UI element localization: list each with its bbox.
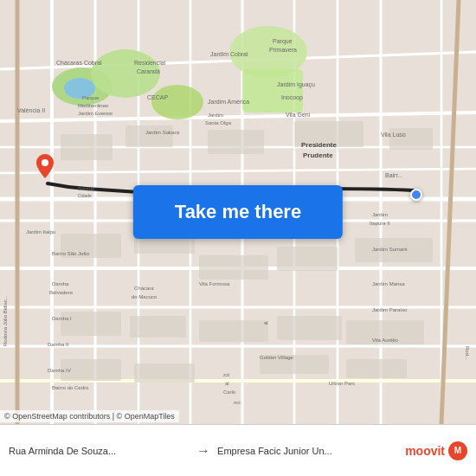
svg-text:Chácaras Cobral: Chácaras Cobral xyxy=(56,60,102,66)
arrow-icon: → xyxy=(196,443,210,459)
svg-rect-39 xyxy=(130,316,186,338)
svg-text:Residencial: Residencial xyxy=(134,60,166,66)
svg-text:Santa Olga: Santa Olga xyxy=(205,120,232,125)
svg-text:Jardim Iguaçu: Jardim Iguaçu xyxy=(277,81,315,88)
svg-text:Jardim Paraíso: Jardim Paraíso xyxy=(372,307,408,312)
svg-rect-41 xyxy=(277,316,342,340)
svg-rect-25 xyxy=(242,69,303,113)
svg-text:Jardim Sumaré: Jardim Sumaré xyxy=(372,247,408,252)
svg-rect-35 xyxy=(199,255,268,280)
svg-text:Presidente: Presidente xyxy=(301,141,337,149)
svg-rect-36 xyxy=(277,247,338,271)
svg-text:Cidade: Cidade xyxy=(78,193,92,198)
svg-text:do Macuco: do Macuco xyxy=(132,294,158,299)
svg-text:Jardim Marisa: Jardim Marisa xyxy=(372,281,405,286)
svg-text:Damha II: Damha II xyxy=(48,342,69,347)
svg-text:Parque: Parque xyxy=(82,95,100,100)
svg-text:Golden Village: Golden Village xyxy=(260,355,294,360)
svg-text:Jardim Itaipu: Jardim Itaipu xyxy=(26,229,55,235)
svg-text:Jardim Cobral: Jardim Cobral xyxy=(210,51,248,57)
svg-text:Rod...: Rod... xyxy=(465,346,470,360)
map-container: València II Chácaras Cobral Parque Medit… xyxy=(0,0,476,424)
destination-item: Empresa Facic Junior Un... xyxy=(217,446,398,456)
svg-text:Vila Luso: Vila Luso xyxy=(381,132,406,138)
svg-text:Barque...: Barque... xyxy=(78,186,100,191)
svg-text:Urbon Parc: Urbon Parc xyxy=(329,381,355,386)
svg-text:Itapura II: Itapura II xyxy=(370,221,390,226)
svg-text:Jardim: Jardim xyxy=(372,212,388,217)
svg-text:Bairr...: Bairr... xyxy=(385,172,402,178)
svg-text:Belvedere: Belvedere xyxy=(49,290,74,295)
origin-label: Rua Arminda De Souza... xyxy=(9,446,116,456)
destination-label: Empresa Facic Junior Un... xyxy=(217,446,332,456)
svg-text:Vila Aurélio: Vila Aurélio xyxy=(372,338,399,343)
svg-text:Damha: Damha xyxy=(52,281,69,286)
origin-item: Rua Arminda De Souza... xyxy=(9,446,190,456)
moovit-logo: moovit M xyxy=(405,441,467,460)
svg-text:Vila Geni: Vila Geni xyxy=(286,112,311,118)
svg-text:CECAP: CECAP xyxy=(147,94,168,100)
svg-text:Vila Formosa: Vila Formosa xyxy=(199,281,230,286)
svg-text:Prudente: Prudente xyxy=(303,151,333,159)
svg-text:Parque: Parque xyxy=(273,38,293,45)
svg-text:al: al xyxy=(225,381,229,386)
svg-text:Carlo: Carlo xyxy=(223,389,236,395)
svg-rect-40 xyxy=(199,320,268,342)
svg-text:Inocoop: Inocoop xyxy=(281,94,303,101)
svg-text:València II: València II xyxy=(17,107,45,113)
svg-text:Mediterrâneo: Mediterrâneo xyxy=(78,103,109,108)
svg-text:Carandá: Carandá xyxy=(137,68,160,74)
svg-text:Jardim América: Jardim América xyxy=(208,99,249,105)
svg-text:nci: nci xyxy=(234,400,241,405)
moovit-logo-text: moovit xyxy=(405,444,445,458)
bottom-bar: Rua Arminda De Souza... → Empresa Facic … xyxy=(0,424,476,476)
svg-text:al: al xyxy=(264,320,268,325)
svg-text:Jardim Everest: Jardim Everest xyxy=(78,111,113,116)
svg-text:Primavera: Primavera xyxy=(269,47,297,53)
svg-text:Damha IV: Damha IV xyxy=(48,368,71,373)
svg-rect-28 xyxy=(61,134,113,160)
destination-pin xyxy=(36,154,54,178)
svg-text:Bairro do Cedro: Bairro do Cedro xyxy=(52,385,89,390)
svg-text:Bairro São João: Bairro São João xyxy=(52,251,90,256)
svg-rect-46 xyxy=(346,359,407,378)
svg-point-26 xyxy=(151,85,203,119)
origin-pin xyxy=(410,189,422,201)
moovit-logo-icon: M xyxy=(448,441,467,460)
svg-text:Chácara: Chácara xyxy=(134,286,154,291)
svg-point-99 xyxy=(42,159,48,166)
svg-rect-29 xyxy=(125,125,173,147)
svg-rect-30 xyxy=(208,130,264,154)
svg-text:Damha I: Damha I xyxy=(52,316,72,321)
osm-attribution: © OpenStreetMap contributors | © OpenMap… xyxy=(0,410,179,422)
svg-rect-44 xyxy=(134,363,195,383)
svg-text:Rodovia Júlio Bidisc...: Rodovia Júlio Bidisc... xyxy=(3,295,8,346)
svg-text:Jardim: Jardim xyxy=(208,113,223,118)
svg-text:Jardim Sabarà: Jardim Sabarà xyxy=(145,130,180,135)
svg-text:zzi: zzi xyxy=(223,372,229,377)
take-me-there-button[interactable]: Take me there xyxy=(133,185,343,239)
